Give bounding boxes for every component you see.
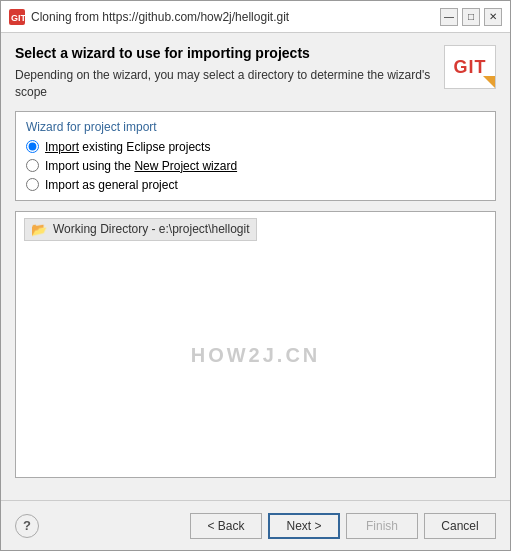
wizard-box: Wizard for project import Import existin… bbox=[15, 111, 496, 201]
svg-text:GIT: GIT bbox=[11, 13, 25, 23]
title-bar-controls: — □ ✕ bbox=[440, 8, 502, 26]
wizard-box-title: Wizard for project import bbox=[26, 120, 485, 134]
title-bar-left: GIT Cloning from https://github.com/how2… bbox=[9, 9, 289, 25]
radio-existing[interactable] bbox=[26, 140, 39, 153]
working-directory-box: 📂 Working Directory - e:\project\hellogi… bbox=[15, 211, 496, 478]
main-window: GIT Cloning from https://github.com/how2… bbox=[0, 0, 511, 551]
page-title: Select a wizard to use for importing pro… bbox=[15, 45, 434, 61]
radio-new-label: Import using the New Project wizard bbox=[45, 159, 237, 173]
window-title: Cloning from https://github.com/how2j/he… bbox=[31, 10, 289, 24]
next-button[interactable]: Next > bbox=[268, 513, 340, 539]
footer: ? < Back Next > Finish Cancel bbox=[1, 500, 510, 550]
working-directory-label: Working Directory - e:\project\hellogit bbox=[53, 222, 250, 236]
git-logo-text: GIT bbox=[454, 58, 487, 76]
title-bar: GIT Cloning from https://github.com/how2… bbox=[1, 1, 510, 33]
radio-general-label: Import as general project bbox=[45, 178, 178, 192]
git-title-icon: GIT bbox=[9, 9, 25, 25]
header-area: Select a wizard to use for importing pro… bbox=[15, 45, 496, 101]
radio-item-general[interactable]: Import as general project bbox=[26, 178, 485, 192]
watermark: HOW2J.CN bbox=[24, 241, 487, 471]
git-logo: GIT bbox=[444, 45, 496, 89]
minimize-button[interactable]: — bbox=[440, 8, 458, 26]
footer-right: < Back Next > Finish Cancel bbox=[190, 513, 496, 539]
maximize-button[interactable]: □ bbox=[462, 8, 480, 26]
radio-group: Import existing Eclipse projects Import … bbox=[26, 140, 485, 192]
page-description: Depending on the wizard, you may select … bbox=[15, 67, 434, 101]
git-logo-arrow bbox=[483, 76, 495, 88]
radio-general[interactable] bbox=[26, 178, 39, 191]
help-button[interactable]: ? bbox=[15, 514, 39, 538]
main-content: Select a wizard to use for importing pro… bbox=[1, 33, 510, 500]
radio-existing-label: Import existing Eclipse projects bbox=[45, 140, 210, 154]
header-text-block: Select a wizard to use for importing pro… bbox=[15, 45, 434, 101]
footer-left: ? bbox=[15, 514, 39, 538]
working-directory-header: 📂 Working Directory - e:\project\hellogi… bbox=[24, 218, 257, 241]
back-button[interactable]: < Back bbox=[190, 513, 262, 539]
folder-icon: 📂 bbox=[31, 222, 47, 237]
cancel-button[interactable]: Cancel bbox=[424, 513, 496, 539]
radio-new[interactable] bbox=[26, 159, 39, 172]
close-button[interactable]: ✕ bbox=[484, 8, 502, 26]
finish-button: Finish bbox=[346, 513, 418, 539]
radio-item-new[interactable]: Import using the New Project wizard bbox=[26, 159, 485, 173]
radio-item-existing[interactable]: Import existing Eclipse projects bbox=[26, 140, 485, 154]
